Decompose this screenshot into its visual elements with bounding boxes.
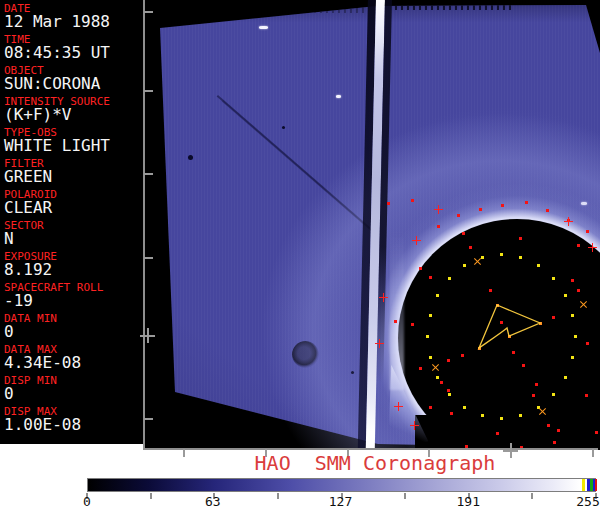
axis-tick (144, 257, 153, 259)
axis-frame-left (143, 0, 145, 450)
metadata-value: 0 (4, 386, 143, 402)
metadata-entry: TIME08:45:35 UT (4, 34, 143, 61)
colorbar-tick (150, 493, 152, 499)
axis-tick (144, 11, 153, 13)
axis-plus-mark (140, 328, 155, 343)
metadata-value: 1.00E-08 (4, 417, 143, 433)
colorbar-tick-label: 191 (457, 495, 480, 508)
metadata-value: WHITE LIGHT (4, 138, 143, 154)
colorbar-tick-label: 0 (83, 495, 91, 508)
metadata-entry: OBJECTSUN:CORONA (4, 65, 143, 92)
colorbar-tick (531, 493, 533, 499)
metadata-value: 08:45:35 UT (4, 45, 143, 61)
page-title: HAO SMM Coronagraph (0, 453, 600, 473)
metadata-entry: SPACECRAFT ROLL-19 (4, 282, 143, 309)
metadata-entry: SECTORN (4, 220, 143, 247)
reserved-color-stripe (595, 479, 597, 491)
metadata-value: (K+F)*V (4, 107, 143, 123)
metadata-entry: TYPE-OBSWHITE LIGHT (4, 127, 143, 154)
metadata-value: -19 (4, 293, 143, 309)
metadata-value: 0 (4, 324, 143, 340)
metadata-value: N (4, 231, 143, 247)
metadata-label: SECTOR (4, 220, 143, 231)
metadata-entry: FILTERGREEN (4, 158, 143, 185)
metadata-label: DATA MIN (4, 313, 143, 324)
annotation-polygon (479, 305, 540, 348)
metadata-value: 12 Mar 1988 (4, 14, 143, 30)
colorbar-tick-label: 255 (576, 495, 599, 508)
metadata-value: 8.192 (4, 262, 143, 278)
metadata-entry: DISP MAX1.00E-08 (4, 406, 143, 433)
metadata-entry: POLAROIDCLEAR (4, 189, 143, 216)
colorbar-tick-label: 63 (205, 495, 221, 508)
metadata-entry: DATA MIN0 (4, 313, 143, 340)
axis-tick (144, 90, 153, 92)
colorbar (87, 478, 596, 492)
image-display (143, 0, 600, 450)
axis-tick (144, 173, 153, 175)
metadata-value: 4.34E-08 (4, 355, 143, 371)
metadata-panel: DATE12 Mar 1988TIME08:45:35 UTOBJECTSUN:… (0, 0, 143, 444)
metadata-value: CLEAR (4, 200, 143, 216)
colorbar-tick (277, 493, 279, 499)
annotation-overlay (143, 0, 600, 450)
axis-frame-bottom (143, 448, 598, 450)
metadata-entry: DISP MIN0 (4, 375, 143, 402)
colorbar-tick-label: 127 (329, 495, 352, 508)
metadata-entry: DATA MAX4.34E-08 (4, 344, 143, 371)
metadata-value: SUN:CORONA (4, 76, 143, 92)
metadata-entry: INTENSITY SOURCE(K+F)*V (4, 96, 143, 123)
metadata-entry: DATE12 Mar 1988 (4, 3, 143, 30)
axis-tick (144, 418, 153, 420)
metadata-label: DISP MIN (4, 375, 143, 386)
metadata-value: GREEN (4, 169, 143, 185)
smm-quicklook-viewer: DATE12 Mar 1988TIME08:45:35 UTOBJECTSUN:… (0, 0, 600, 512)
colorbar-tick (404, 493, 406, 499)
metadata-entry: EXPOSURE8.192 (4, 251, 143, 278)
